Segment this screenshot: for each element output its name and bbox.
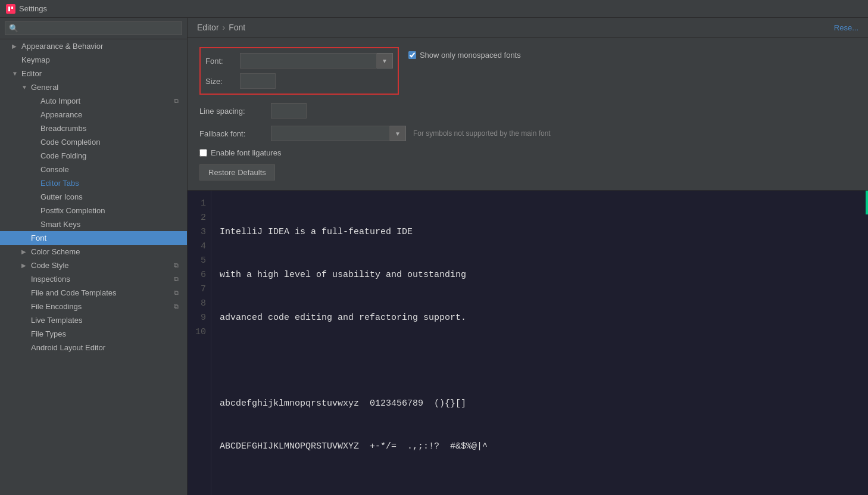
sidebar-item-editor[interactable]: ▼ Editor bbox=[0, 67, 187, 80]
sidebar-item-code-completion[interactable]: Code Completion bbox=[0, 135, 187, 149]
sidebar-label: Editor Tabs bbox=[40, 179, 182, 188]
breadcrumb-separator: › bbox=[223, 23, 226, 32]
sidebar-label: File and Code Templates bbox=[31, 288, 171, 297]
window-title: Settings bbox=[19, 4, 47, 13]
main-layout: ▶ Appearance & Behavior Keymap ▼ Editor … bbox=[0, 18, 868, 495]
font-field-label: Font: bbox=[205, 57, 235, 66]
line-spacing-label: Line spacing: bbox=[199, 107, 271, 116]
font-dropdown[interactable]: Consolas ▼ bbox=[240, 53, 393, 69]
expand-arrow: ▶ bbox=[12, 43, 19, 49]
sidebar-item-appearance[interactable]: Appearance bbox=[0, 108, 187, 122]
sidebar-label: Editor bbox=[21, 69, 182, 78]
fallback-font-input[interactable]: <None> bbox=[271, 126, 390, 141]
sidebar-item-font[interactable]: Font bbox=[0, 231, 187, 245]
sidebar-label: Keymap bbox=[21, 55, 182, 64]
sidebar-label: Code Style bbox=[31, 261, 171, 270]
sidebar-item-breadcrumbs[interactable]: Breadcrumbs bbox=[0, 122, 187, 135]
fallback-font-dropdown[interactable]: <None> ▼ bbox=[271, 126, 406, 141]
sidebar-label: Appearance bbox=[40, 110, 182, 119]
size-input[interactable]: 18 bbox=[240, 73, 276, 89]
title-bar: Settings bbox=[0, 0, 868, 18]
code-line: abcdefghijklmnopqrstuvwxyz 0123456789 ()… bbox=[220, 397, 860, 411]
sidebar-item-editor-tabs[interactable]: Editor Tabs bbox=[0, 176, 187, 190]
ligatures-row: Enable font ligatures bbox=[199, 148, 856, 157]
expand-arrow: ▶ bbox=[21, 248, 29, 255]
copy-icon: ⧉ bbox=[174, 97, 182, 105]
sidebar: ▶ Appearance & Behavior Keymap ▼ Editor … bbox=[0, 18, 188, 495]
sidebar-label: Postfix Completion bbox=[40, 206, 182, 215]
breadcrumb: Editor › Font bbox=[197, 23, 245, 32]
fallback-help-text: For symbols not supported by the main fo… bbox=[413, 129, 551, 138]
code-line bbox=[220, 354, 860, 368]
sidebar-item-code-style[interactable]: ▶ Code Style ⧉ bbox=[0, 259, 187, 272]
monospaced-label: Show only monospaced fonts bbox=[420, 51, 521, 60]
code-line bbox=[220, 482, 860, 495]
sidebar-item-auto-import[interactable]: Auto Import ⧉ bbox=[0, 94, 187, 108]
line-number: 4 bbox=[195, 239, 206, 254]
sidebar-item-file-code-templates[interactable]: File and Code Templates ⧉ bbox=[0, 286, 187, 300]
sidebar-item-live-templates[interactable]: Live Templates bbox=[0, 313, 187, 327]
font-size-highlighted-box: Font: Consolas ▼ Size: 18 bbox=[199, 47, 399, 95]
expand-arrow: ▼ bbox=[21, 84, 29, 91]
preview-code: IntelliJ IDEA is a full-featured IDE wit… bbox=[211, 191, 868, 495]
size-field-label: Size: bbox=[205, 77, 235, 86]
restore-defaults-button[interactable]: Restore Defaults bbox=[199, 164, 275, 180]
sidebar-item-color-scheme[interactable]: ▶ Color Scheme bbox=[0, 245, 187, 259]
sidebar-label: Font bbox=[31, 234, 182, 242]
preview-accent-bar bbox=[866, 191, 868, 214]
ligatures-checkbox[interactable] bbox=[199, 149, 207, 157]
monospaced-checkbox[interactable] bbox=[408, 51, 416, 59]
copy-icon: ⧉ bbox=[174, 303, 182, 311]
svg-rect-0 bbox=[6, 4, 15, 14]
sidebar-label: Code Folding bbox=[40, 151, 182, 160]
sidebar-label: File Encodings bbox=[31, 302, 171, 311]
sidebar-label: Breadcrumbs bbox=[40, 124, 182, 133]
line-spacing-input[interactable]: 1.0 bbox=[271, 103, 307, 119]
ligatures-label: Enable font ligatures bbox=[211, 148, 282, 157]
content-header: Editor › Font Rese... bbox=[188, 18, 868, 38]
sidebar-item-console[interactable]: Console bbox=[0, 163, 187, 176]
svg-rect-2 bbox=[11, 7, 13, 9]
sidebar-item-inspections[interactable]: Inspections ⧉ bbox=[0, 272, 187, 286]
code-line: IntelliJ IDEA is a full-featured IDE bbox=[220, 225, 860, 239]
fallback-font-row: Fallback font: <None> ▼ For symbols not … bbox=[199, 126, 856, 141]
sidebar-item-code-folding[interactable]: Code Folding bbox=[0, 149, 187, 163]
copy-icon: ⧉ bbox=[174, 289, 182, 297]
sidebar-label: Console bbox=[40, 165, 182, 174]
breadcrumb-editor: Editor bbox=[197, 23, 219, 32]
line-number: 8 bbox=[195, 297, 206, 311]
code-line: with a high level of usability and outst… bbox=[220, 268, 860, 282]
breadcrumb-font: Font bbox=[229, 23, 245, 32]
content-area: Editor › Font Rese... Font: Consolas ▼ bbox=[188, 18, 868, 495]
sidebar-item-postfix-completion[interactable]: Postfix Completion bbox=[0, 204, 187, 217]
sidebar-label: Appearance & Behavior bbox=[21, 42, 182, 51]
sidebar-item-file-encodings[interactable]: File Encodings ⧉ bbox=[0, 300, 187, 313]
sidebar-item-smart-keys[interactable]: Smart Keys bbox=[0, 217, 187, 231]
line-number: 3 bbox=[195, 225, 206, 239]
fallback-font-label: Fallback font: bbox=[199, 129, 271, 138]
sidebar-item-gutter-icons[interactable]: Gutter Icons bbox=[0, 190, 187, 204]
sidebar-item-general[interactable]: ▼ General bbox=[0, 80, 187, 94]
font-row: Font: Consolas ▼ bbox=[205, 53, 393, 69]
svg-rect-1 bbox=[8, 7, 10, 11]
sidebar-label: Gutter Icons bbox=[40, 192, 182, 201]
sidebar-item-appearance-behavior[interactable]: ▶ Appearance & Behavior bbox=[0, 39, 187, 53]
line-number: 5 bbox=[195, 254, 206, 268]
monospaced-checkbox-row: Show only monospaced fonts bbox=[408, 51, 521, 60]
sidebar-label: Smart Keys bbox=[40, 220, 182, 229]
sidebar-label: Color Scheme bbox=[31, 247, 182, 256]
font-input[interactable]: Consolas bbox=[240, 53, 377, 69]
reset-link[interactable]: Rese... bbox=[834, 23, 858, 32]
copy-icon: ⧉ bbox=[174, 261, 182, 270]
sidebar-item-keymap[interactable]: Keymap bbox=[0, 53, 187, 67]
font-dropdown-arrow[interactable]: ▼ bbox=[377, 53, 393, 69]
search-input[interactable] bbox=[5, 21, 182, 35]
sidebar-item-file-types[interactable]: File Types bbox=[0, 327, 187, 341]
size-row: Size: 18 bbox=[205, 73, 393, 89]
settings-form: Font: Consolas ▼ Size: 18 Show bbox=[188, 38, 868, 190]
search-box[interactable] bbox=[0, 18, 187, 39]
fallback-dropdown-arrow[interactable]: ▼ bbox=[390, 126, 406, 141]
sidebar-item-android-layout-editor[interactable]: Android Layout Editor bbox=[0, 341, 187, 354]
sidebar-label: Auto Import bbox=[40, 96, 171, 105]
line-number: 1 bbox=[195, 197, 206, 211]
